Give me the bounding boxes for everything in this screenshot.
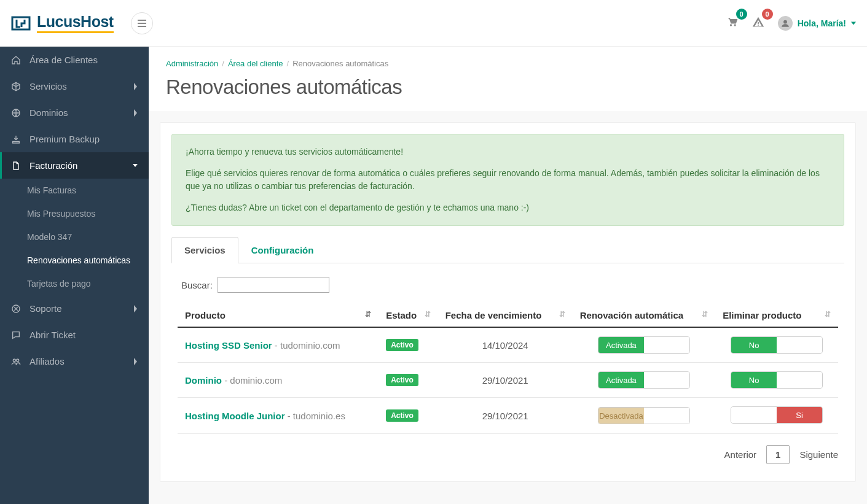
product-link[interactable]: Hosting Moodle Junior xyxy=(185,411,285,421)
cart-badge: 0 xyxy=(736,9,747,20)
cart-button[interactable]: 0 xyxy=(726,16,739,30)
chevron-right-icon xyxy=(133,83,138,90)
renewal-toggle[interactable]: Activada xyxy=(598,371,690,389)
sidebar-subitem-renovaciones-automáticas[interactable]: Renovaciones automáticas xyxy=(0,249,149,272)
toggle-label: Activada xyxy=(598,372,644,388)
th-delete[interactable]: Eliminar producto⇵ xyxy=(715,304,838,327)
alert-line-1: ¡Ahorra tiempo y renueva tus servicios a… xyxy=(186,145,830,158)
delete-toggle[interactable]: Si xyxy=(731,406,823,424)
status-badge: Activo xyxy=(386,409,418,422)
toggle-handle xyxy=(644,408,689,424)
svg-point-1 xyxy=(783,20,787,23)
search-input[interactable] xyxy=(218,277,329,293)
user-menu-button[interactable]: Hola, María! xyxy=(778,16,856,31)
renewal-toggle[interactable]: Desactivada xyxy=(598,407,690,424)
product-domain: - tudominio.es xyxy=(288,411,345,421)
product-link[interactable]: Hosting SSD Senior xyxy=(185,340,272,351)
sidebar-item-facturación[interactable]: Facturación xyxy=(0,152,149,179)
sidebar-item-label: Dominios xyxy=(29,107,68,118)
sidebar-subitem-mis-facturas[interactable]: Mis Facturas xyxy=(0,179,149,202)
users-icon xyxy=(11,357,21,366)
breadcrumb: Administración/Área del cliente/Renovaci… xyxy=(166,59,850,68)
avatar-icon xyxy=(778,16,793,31)
logo-text: LucusHost xyxy=(37,13,114,33)
toggle-label: No xyxy=(731,337,777,353)
chevron-right-icon xyxy=(133,358,138,365)
tab-servicios[interactable]: Servicios xyxy=(171,237,238,263)
delete-toggle[interactable]: No xyxy=(731,371,823,389)
sidebar-item-label: Servicios xyxy=(29,81,67,91)
alerts-button[interactable]: 0 xyxy=(752,16,764,30)
cube-icon xyxy=(11,82,21,91)
sidebar-item-abrir-ticket[interactable]: Abrir Ticket xyxy=(0,322,149,348)
pagination: Anterior 1 Siguiente xyxy=(178,445,838,464)
th-renewal[interactable]: Renovación automática⇵ xyxy=(573,304,715,327)
times-circle-icon xyxy=(11,304,21,314)
breadcrumb-item[interactable]: Área del cliente xyxy=(228,59,283,68)
menu-toggle-button[interactable] xyxy=(131,12,153,34)
tab-content: Buscar: Producto⇵ Estado⇵ Fecha de venci… xyxy=(171,263,844,470)
sort-icon: ⇵ xyxy=(425,310,431,319)
file-icon xyxy=(11,161,21,171)
alert-line-3: ¿Tienes dudas? Abre un ticket con el dep… xyxy=(186,201,830,214)
product-link[interactable]: Dominio xyxy=(185,375,222,386)
th-due[interactable]: Fecha de vencimiento⇵ xyxy=(438,304,573,327)
toggle-label xyxy=(777,372,822,388)
sidebar-item-área-de-clientes[interactable]: Área de Clientes xyxy=(0,47,149,73)
tab-configuracion[interactable]: Configuración xyxy=(238,237,327,263)
topbar-left: LucusHost xyxy=(11,12,153,34)
th-status[interactable]: Estado⇵ xyxy=(379,304,437,327)
due-date: 29/10/2021 xyxy=(438,363,573,398)
toggle-label xyxy=(777,337,822,353)
chevron-right-icon xyxy=(133,109,138,117)
hamburger-icon xyxy=(138,19,146,28)
sidebar-item-premium-backup[interactable]: Premium Backup xyxy=(0,126,149,152)
content-header: Administración/Área del cliente/Renovaci… xyxy=(149,47,867,111)
next-button[interactable]: Siguiente xyxy=(799,449,838,460)
sidebar-item-dominios[interactable]: Dominios xyxy=(0,99,149,126)
content: Administración/Área del cliente/Renovaci… xyxy=(149,47,867,504)
prev-button[interactable]: Anterior xyxy=(724,449,757,460)
sidebar-item-label: Afiliados xyxy=(29,356,65,366)
th-product[interactable]: Producto⇵ xyxy=(178,304,379,327)
sidebar-item-label: Facturación xyxy=(29,160,77,171)
services-table: Producto⇵ Estado⇵ Fecha de vencimiento⇵ … xyxy=(178,304,838,434)
breadcrumb-item[interactable]: Administración xyxy=(166,59,218,68)
logo[interactable]: LucusHost xyxy=(11,13,114,33)
search-row: Buscar: xyxy=(181,277,838,293)
sidebar-item-label: Soporte xyxy=(29,303,62,314)
delete-toggle[interactable]: No xyxy=(731,336,823,354)
sidebar-subitem-modelo-347[interactable]: Modelo 347 xyxy=(0,225,149,249)
sidebar-item-servicios[interactable]: Servicios xyxy=(0,73,149,99)
svg-point-5 xyxy=(17,359,19,362)
sort-icon: ⇵ xyxy=(559,310,565,319)
toggle-label xyxy=(731,407,777,423)
chevron-down-icon xyxy=(851,21,856,26)
table-row: Hosting Moodle Junior - tudominio.es Act… xyxy=(178,398,838,434)
chevron-down-icon xyxy=(133,162,138,169)
home-icon xyxy=(11,55,21,65)
sidebar-subitem-tarjetas-de-pago[interactable]: Tarjetas de pago xyxy=(0,272,149,295)
toggle-label: Desactivada xyxy=(598,408,644,424)
download-icon xyxy=(11,134,21,144)
toggle-label: Activada xyxy=(598,337,644,353)
due-date: 14/10/2024 xyxy=(438,327,573,363)
toggle-label: No xyxy=(731,372,777,388)
product-domain: - dominio.com xyxy=(224,375,282,386)
tabs: Servicios Configuración xyxy=(171,237,844,263)
sidebar-subitem-mis-presupuestos[interactable]: Mis Presupuestos xyxy=(0,202,149,225)
due-date: 29/10/2021 xyxy=(438,398,573,434)
table-row: Dominio - dominio.com Activo 29/10/2021 … xyxy=(178,363,838,398)
toggle-handle xyxy=(644,337,689,353)
sort-icon: ⇵ xyxy=(702,310,708,319)
sidebar-item-afiliados[interactable]: Afiliados xyxy=(0,348,149,374)
page-number[interactable]: 1 xyxy=(766,445,790,464)
breadcrumb-item: Renovaciones automáticas xyxy=(292,59,388,68)
table-row: Hosting SSD Senior - tudominio.com Activ… xyxy=(178,327,838,363)
page-title: Renovaciones automáticas xyxy=(166,76,850,99)
warning-icon xyxy=(752,16,764,28)
logo-mark-icon xyxy=(11,14,31,33)
renewal-toggle[interactable]: Activada xyxy=(598,336,690,354)
alerts-badge: 0 xyxy=(762,9,773,20)
sidebar-item-soporte[interactable]: Soporte xyxy=(0,295,149,322)
